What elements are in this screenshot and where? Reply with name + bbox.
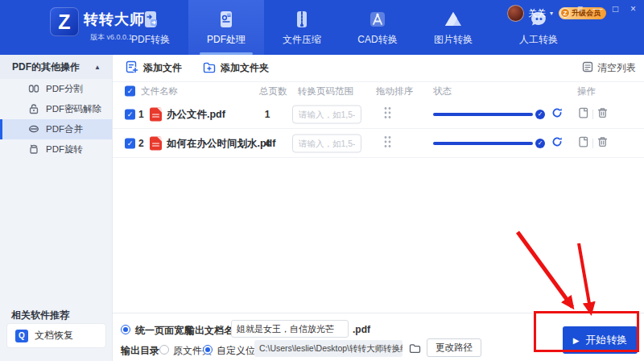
- reconvert-icon[interactable]: [551, 107, 563, 122]
- open-file-location-icon[interactable]: [578, 106, 589, 122]
- add-file-label: 添加文件: [143, 61, 182, 75]
- output-dir-label: 输出目录: [121, 344, 159, 358]
- column-header-pages: 总页数: [259, 85, 287, 98]
- output-settings-bar: 统一页面宽度 输出文档名称 .pdf 输出目录 原文件夹 自定义位置 C:\Us…: [113, 313, 644, 361]
- tab-cad-convert[interactable]: CAD转换: [340, 0, 415, 55]
- maximize-icon[interactable]: □: [610, 3, 621, 15]
- delete-icon[interactable]: [597, 107, 608, 122]
- vip-coin-icon: Z: [560, 8, 570, 18]
- recommend-item-doc-recovery[interactable]: Q 文档恢复: [6, 323, 106, 348]
- change-path-button[interactable]: 更改路径: [427, 338, 481, 357]
- username[interactable]: 关关: [528, 7, 546, 19]
- column-header-drag: 拖动排序: [376, 85, 413, 98]
- reconvert-icon[interactable]: [551, 136, 563, 151]
- start-convert-label: 开始转换: [585, 333, 627, 347]
- tab-label: PDF处理: [207, 33, 246, 47]
- progress-complete-icon: ✓: [535, 139, 545, 148]
- sidebar-section-header[interactable]: PDF的其他操作 ▲: [0, 55, 112, 79]
- clear-list-icon: [582, 61, 593, 75]
- tab-image-convert[interactable]: 图片转换: [415, 0, 491, 55]
- main-panel: 添加文件 添加文件夹 清空列表 ✓ 文件名称 总页数 转换页码范围 拖动排序 状…: [113, 55, 644, 313]
- custom-location-radio[interactable]: [203, 345, 213, 355]
- add-folder-button[interactable]: 添加文件夹: [203, 61, 269, 76]
- menu-icon[interactable]: ≡: [575, 3, 585, 15]
- doc-recovery-icon: Q: [15, 330, 28, 342]
- table-header: ✓ 文件名称 总页数 转换页码范围 拖动排序 状态 操作: [113, 82, 644, 100]
- tab-label: PDF转换: [131, 33, 170, 47]
- app-logo-icon: Z: [50, 7, 79, 36]
- row-index: 2: [138, 138, 144, 149]
- output-path-field[interactable]: C:\Users\leslie\Desktop\转转大师转换结果: [254, 340, 402, 357]
- column-header-name: 文件名称: [141, 85, 178, 98]
- tab-pdf-process[interactable]: PDF处理: [188, 0, 264, 55]
- sidebar-item-pdf-password-remove[interactable]: PDF密码解除: [0, 99, 112, 119]
- divider: [592, 139, 593, 148]
- uniform-width-radio[interactable]: [121, 325, 130, 334]
- add-file-icon: [126, 60, 138, 76]
- pdf-merge-icon: [28, 123, 39, 136]
- start-convert-button[interactable]: ▶ 开始转换: [563, 326, 638, 354]
- window-controls: ≡ — □ ×: [575, 3, 638, 15]
- open-file-location-icon[interactable]: [578, 135, 589, 151]
- page-count: 1: [259, 109, 275, 120]
- table-row: ✓ 2 如何在办公时间划水.pdf 4 ✓: [113, 129, 644, 158]
- top-bar: Z 转转大师 版本 v6.0.0.1 PDF转换 PDF处理 文件压缩 CAD转…: [0, 0, 644, 55]
- recommend-section-title: 相关软件推荐: [11, 309, 69, 322]
- original-folder-radio[interactable]: [159, 345, 169, 355]
- page-range-input[interactable]: [292, 105, 361, 123]
- sidebar: PDF的其他操作 ▲ PDF分割 PDF密码解除 PDF合并 PDF旋转 相关软…: [0, 55, 113, 361]
- row-checkbox[interactable]: ✓: [125, 109, 135, 119]
- sidebar-item-pdf-split[interactable]: PDF分割: [0, 79, 112, 99]
- unlock-icon: [28, 103, 39, 116]
- table-row: ✓ 1 办公文件.pdf 1 ✓: [113, 100, 644, 129]
- tab-label: CAD转换: [357, 33, 397, 47]
- tab-label: 图片转换: [434, 33, 473, 47]
- minimize-icon[interactable]: —: [592, 3, 603, 15]
- file-compress-icon: [291, 9, 312, 30]
- pdf-file-icon: [150, 107, 162, 121]
- clear-list-button[interactable]: 清空列表: [582, 61, 636, 75]
- divider: [592, 110, 593, 119]
- drag-handle-icon[interactable]: [383, 106, 392, 122]
- collapse-caret-icon: ▲: [94, 64, 101, 71]
- file-toolbar: 添加文件 添加文件夹 清空列表: [113, 55, 644, 82]
- row-index: 1: [138, 109, 144, 120]
- page-count: 4: [259, 138, 275, 149]
- sidebar-item-pdf-rotate[interactable]: PDF旋转: [0, 139, 112, 160]
- delete-icon[interactable]: [597, 136, 608, 151]
- progress-complete-icon: ✓: [535, 110, 545, 119]
- play-icon: ▶: [573, 336, 580, 345]
- tab-label: 文件压缩: [283, 33, 321, 47]
- column-header-range: 转换页码范围: [298, 85, 353, 98]
- pdf-convert-icon: [140, 9, 161, 30]
- column-header-status: 状态: [433, 85, 452, 98]
- open-folder-icon[interactable]: [409, 342, 421, 357]
- tab-pdf-convert[interactable]: PDF转换: [113, 0, 188, 55]
- page-range-input[interactable]: [292, 134, 361, 152]
- image-convert-icon: [443, 9, 464, 30]
- sidebar-item-label: PDF密码解除: [46, 103, 101, 115]
- row-checkbox[interactable]: ✓: [125, 138, 135, 148]
- add-folder-label: 添加文件夹: [221, 61, 269, 75]
- drag-handle-icon[interactable]: [383, 135, 392, 151]
- sidebar-item-label: PDF旋转: [46, 143, 83, 156]
- user-avatar[interactable]: [507, 5, 524, 22]
- progress-bar: [433, 142, 533, 145]
- file-name: 办公文件.pdf: [167, 107, 225, 121]
- recommend-item-label: 文档恢复: [35, 329, 73, 342]
- cad-convert-icon: [367, 9, 388, 30]
- tab-file-compress[interactable]: 文件压缩: [264, 0, 340, 55]
- pdf-process-icon: [216, 9, 237, 30]
- select-all-checkbox[interactable]: ✓: [125, 86, 135, 97]
- sidebar-item-pdf-merge[interactable]: PDF合并: [0, 119, 112, 139]
- pdf-file-icon: [150, 136, 162, 150]
- file-extension: .pdf: [353, 324, 370, 335]
- user-menu-caret-icon[interactable]: ▾: [550, 10, 553, 17]
- close-icon[interactable]: ×: [628, 3, 638, 15]
- app-window: Z 转转大师 版本 v6.0.0.1 PDF转换 PDF处理 文件压缩 CAD转…: [0, 0, 644, 361]
- clear-list-label: 清空列表: [597, 61, 636, 75]
- output-name-input[interactable]: [231, 320, 349, 338]
- sidebar-item-label: PDF分割: [46, 83, 83, 95]
- add-file-button[interactable]: 添加文件: [126, 60, 182, 76]
- tab-label: 人工转换: [519, 33, 558, 47]
